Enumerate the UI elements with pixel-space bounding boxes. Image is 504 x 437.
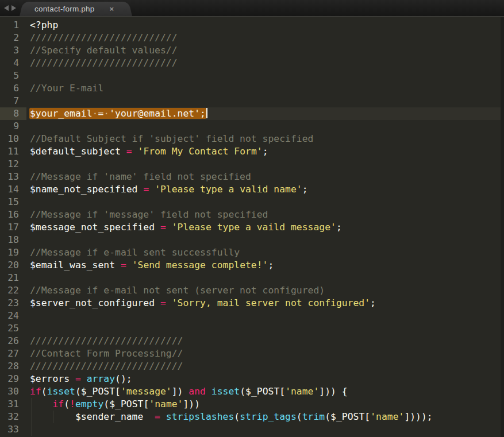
- line-number[interactable]: 11: [0, 145, 26, 158]
- code-token-plain: $email_was_sent: [30, 260, 121, 270]
- code-token-builtin: array: [87, 373, 115, 384]
- line-number[interactable]: 30: [0, 385, 26, 398]
- code-token-string: 'Send message complete!': [132, 260, 268, 270]
- code-line[interactable]: [30, 158, 504, 171]
- line-number[interactable]: 31: [0, 398, 26, 411]
- line-number[interactable]: 16: [0, 208, 26, 221]
- code-line[interactable]: [30, 196, 504, 208]
- line-number[interactable]: 28: [0, 360, 26, 373]
- code-line[interactable]: //Default Subject if 'subject' field not…: [30, 133, 504, 145]
- code-token-builtin: trim: [302, 411, 325, 422]
- code-token-builtin: isset: [47, 386, 75, 397]
- code-token-plain: $errors: [30, 373, 75, 384]
- line-number[interactable]: 25: [0, 322, 26, 335]
- line-number[interactable]: 17: [0, 221, 26, 234]
- line-number[interactable]: 13: [0, 171, 26, 183]
- line-number[interactable]: 26: [0, 335, 26, 347]
- code-line[interactable]: //Your E-mail: [30, 82, 504, 95]
- code-line[interactable]: //////////////////////////: [30, 57, 504, 69]
- code-token-sel: 'your@email.net';: [109, 108, 206, 119]
- line-number[interactable]: 1: [0, 19, 26, 32]
- scrollbar-track[interactable]: [501, 17, 504, 437]
- line-number[interactable]: 14: [0, 183, 26, 196]
- code-line[interactable]: [30, 95, 504, 107]
- code-line[interactable]: //Message if e-mail sent successfully: [30, 246, 504, 259]
- code-token-plain: ;: [336, 222, 342, 233]
- code-token-plain: ($_POST[: [325, 411, 370, 422]
- line-number[interactable]: 21: [0, 272, 26, 284]
- code-token-plain: [132, 146, 138, 157]
- code-line[interactable]: [30, 272, 504, 284]
- line-number[interactable]: 12: [0, 158, 26, 171]
- close-icon[interactable]: ×: [110, 5, 114, 13]
- code-token-builtin: empty: [75, 399, 103, 409]
- line-number[interactable]: 24: [0, 310, 26, 322]
- code-token-plain: ($_POST[: [240, 386, 285, 397]
- line-number[interactable]: 18: [0, 234, 26, 246]
- code-token-plain: [166, 297, 172, 308]
- code-line[interactable]: [30, 120, 504, 133]
- line-number[interactable]: 32: [0, 411, 26, 423]
- code-line[interactable]: [30, 234, 504, 246]
- code-line[interactable]: ///////////////////////////: [30, 335, 504, 347]
- code-token-comment: //Message if e-mail sent successfully: [30, 247, 240, 258]
- line-number[interactable]: 9: [0, 120, 26, 133]
- code-token-keyword: if: [30, 386, 41, 397]
- code-token-plain: ]): [172, 386, 189, 397]
- nav-forward-icon[interactable]: [11, 5, 16, 11]
- line-number[interactable]: 23: [0, 297, 26, 310]
- code-line[interactable]: ///////////////////////////: [30, 360, 504, 373]
- code-line[interactable]: $your_email·=·'your@email.net';: [30, 107, 504, 120]
- line-number[interactable]: 27: [0, 347, 26, 360]
- line-number[interactable]: 8: [0, 107, 26, 120]
- code-line[interactable]: if(!empty($_POST['name'])): [30, 398, 504, 411]
- code-line[interactable]: $default_subject = 'From My Contact Form…: [30, 145, 504, 158]
- code-token-selws: ·: [103, 108, 109, 119]
- line-number[interactable]: 15: [0, 196, 26, 208]
- code-token-sel: =: [98, 108, 103, 119]
- code-token-string: 'name': [370, 411, 404, 422]
- code-line[interactable]: $email_was_sent = 'Send message complete…: [30, 259, 504, 272]
- line-number[interactable]: 7: [0, 95, 26, 107]
- code-token-comment: //Contact Form Processing//: [30, 348, 183, 359]
- line-number[interactable]: 5: [0, 69, 26, 82]
- code-token-builtin: strip_tags: [240, 411, 297, 422]
- code-line[interactable]: if(isset($_POST['message']) and isset($_…: [30, 385, 504, 398]
- code-line[interactable]: //Message if 'name' field not specified: [30, 171, 504, 183]
- code-token-string: 'Please type a vaild message': [172, 222, 336, 233]
- line-number[interactable]: 19: [0, 246, 26, 259]
- line-number[interactable]: 2: [0, 32, 26, 44]
- code-line[interactable]: //Message if 'message' field not specifi…: [30, 208, 504, 221]
- code-line[interactable]: $name_not_specified = 'Please type a val…: [30, 183, 504, 196]
- code-line[interactable]: $server_not_configured = 'Sorry, mail se…: [30, 297, 504, 310]
- code-line[interactable]: <?php: [30, 19, 504, 32]
- code-token-plain: [30, 399, 52, 409]
- line-number[interactable]: 3: [0, 44, 26, 57]
- code-line[interactable]: [30, 310, 504, 322]
- code-line[interactable]: //////////////////////////: [30, 32, 504, 44]
- code-line[interactable]: $message_not_specified = 'Please type a …: [30, 221, 504, 234]
- code-line[interactable]: //Contact Form Processing//: [30, 347, 504, 360]
- code-token-builtin: isset: [211, 386, 240, 397]
- code-line[interactable]: [30, 69, 504, 82]
- nav-back-icon[interactable]: [4, 5, 9, 11]
- code-line[interactable]: [30, 423, 504, 436]
- line-number[interactable]: 20: [0, 259, 26, 272]
- code-line[interactable]: [30, 322, 504, 335]
- tab-contact-form-php[interactable]: contact-form.php ×: [25, 2, 126, 16]
- code-area[interactable]: <?php////////////////////////////Specify…: [30, 17, 504, 437]
- line-number[interactable]: 6: [0, 82, 26, 95]
- code-line[interactable]: //Specify default values//: [30, 44, 504, 57]
- line-number[interactable]: 29: [0, 373, 26, 385]
- line-number[interactable]: 10: [0, 133, 26, 145]
- line-number[interactable]: 4: [0, 57, 26, 69]
- code-token-plain: [166, 222, 172, 233]
- line-number[interactable]: 33: [0, 423, 26, 436]
- tab-nav-arrows: [4, 0, 16, 16]
- indent-guide: [53, 411, 54, 423]
- code-line[interactable]: //Message if e-mail not sent (server not…: [30, 284, 504, 297]
- code-line[interactable]: $errors = array();: [30, 373, 504, 385]
- line-number[interactable]: 22: [0, 284, 26, 297]
- code-token-plain: ])));: [404, 411, 432, 422]
- code-line[interactable]: $sender_name = stripslashes(strip_tags(t…: [30, 411, 504, 423]
